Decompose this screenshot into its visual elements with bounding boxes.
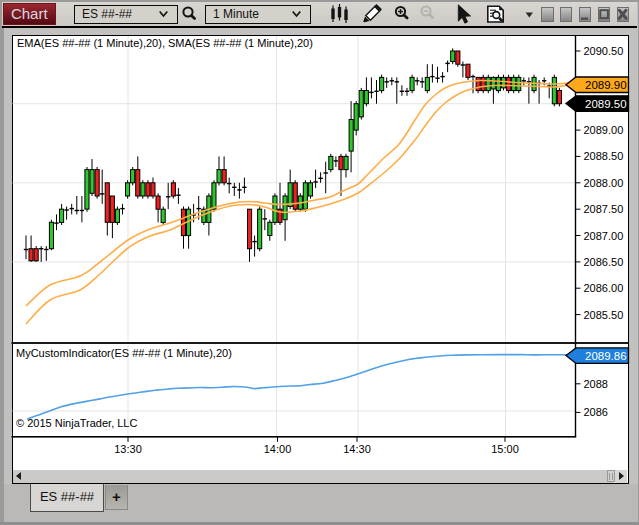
svg-text:15:00: 15:00 xyxy=(491,443,519,455)
svg-text:2089.50: 2089.50 xyxy=(585,98,627,110)
svg-text:EMA(ES ##-## (1 Minute),20), S: EMA(ES ##-## (1 Minute),20), SMA(ES ##-#… xyxy=(17,37,313,49)
svg-text:2089.00: 2089.00 xyxy=(584,124,624,136)
svg-text:2086.50: 2086.50 xyxy=(584,256,624,268)
svg-text:2089.86: 2089.86 xyxy=(585,350,627,362)
svg-text:13:30: 13:30 xyxy=(114,443,142,455)
svg-text:© 2015 NinjaTrader, LLC: © 2015 NinjaTrader, LLC xyxy=(16,417,137,429)
svg-text:2088.00: 2088.00 xyxy=(584,177,624,189)
svg-text:2088: 2088 xyxy=(584,378,608,390)
svg-text:2089.90: 2089.90 xyxy=(585,79,627,91)
svg-text:2086.00: 2086.00 xyxy=(584,282,624,294)
svg-text:2086: 2086 xyxy=(584,406,608,418)
svg-text:14:30: 14:30 xyxy=(343,443,371,455)
svg-text:14:00: 14:00 xyxy=(264,443,292,455)
svg-text:2090.50: 2090.50 xyxy=(584,45,624,57)
svg-text:2085.50: 2085.50 xyxy=(584,309,624,321)
svg-text:2087.50: 2087.50 xyxy=(584,203,624,215)
svg-text:MyCustomIndicator(ES ##-## (1: MyCustomIndicator(ES ##-## (1 Minute),20… xyxy=(16,347,232,359)
svg-text:2087.00: 2087.00 xyxy=(584,230,624,242)
svg-text:2088.50: 2088.50 xyxy=(584,150,624,162)
